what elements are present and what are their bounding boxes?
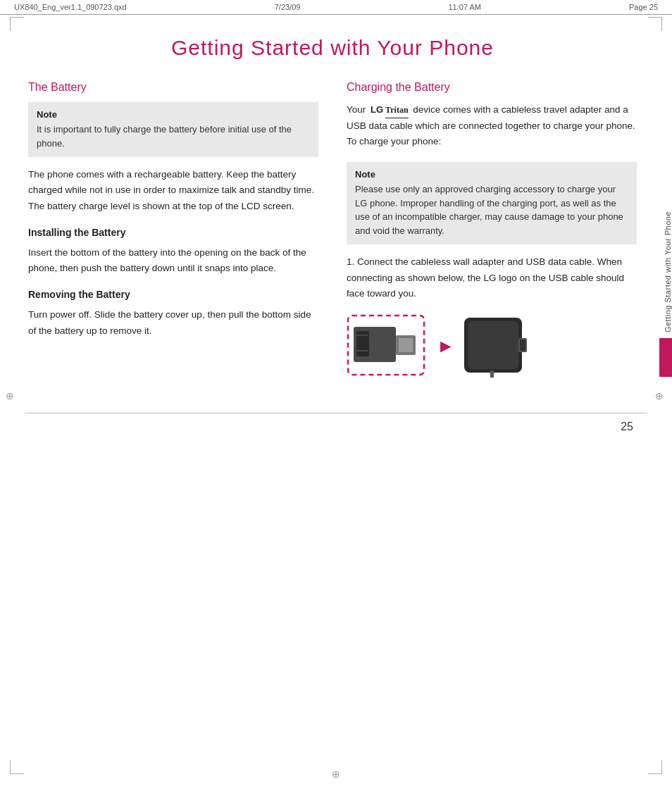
- lg-logo: LG: [371, 102, 383, 117]
- reg-mark-bottom-right: [648, 760, 662, 774]
- page-wrapper: UX840_Eng_ver1.1_090723.qxd 7/23/09 11:0…: [0, 0, 672, 791]
- battery-note-box: Note It is important to fully charge the…: [28, 102, 318, 157]
- svg-rect-4: [399, 338, 413, 352]
- lg-tritan-logo: LG Tritan: [371, 102, 409, 118]
- right-heading: Charging the Battery: [347, 81, 637, 94]
- charging-note-text: Please use only an approved charging acc…: [355, 182, 628, 237]
- battery-intro-text: The phone comes with a rechargeable batt…: [28, 167, 318, 214]
- reg-mark-top-left: [10, 17, 24, 31]
- battery-note-label: Note: [37, 109, 310, 120]
- page-title: Getting Started with Your Phone: [28, 36, 637, 60]
- svg-rect-2: [356, 331, 369, 356]
- usb-plug-svg: [347, 314, 431, 378]
- step1-text: 1. Connect the cableless wall adapter an…: [347, 254, 637, 301]
- main-content: Getting Started with Your Phone The Batt…: [0, 15, 672, 399]
- page-number: 25: [0, 413, 672, 447]
- header-date: 7/23/09: [275, 3, 301, 11]
- arrow-icon: ►: [437, 335, 455, 357]
- installing-text: Insert the bottom of the battery into th…: [28, 245, 318, 277]
- svg-rect-8: [468, 321, 518, 369]
- removing-heading: Removing the Battery: [28, 289, 318, 300]
- tritan-logo: Tritan: [385, 104, 408, 118]
- header-bar: UX840_Eng_ver1.1_090723.qxd 7/23/09 11:0…: [0, 0, 672, 15]
- side-tab: Getting Started with Your Phone: [647, 211, 672, 377]
- charging-note-label: Note: [355, 169, 628, 180]
- charging-intro: Your LG Tritan device comes with a cable…: [347, 102, 637, 149]
- battery-note-text: It is important to fully charge the batt…: [37, 123, 310, 150]
- bottom-section: 25: [0, 413, 672, 447]
- reg-mark-bottom-left: [10, 760, 24, 774]
- side-tab-text: Getting Started with Your Phone: [661, 211, 672, 332]
- center-mark-right: [655, 390, 666, 401]
- removing-text: Turn power off. Slide the battery cover …: [28, 307, 318, 339]
- header-time: 11:07 AM: [448, 3, 480, 11]
- installing-section: Installing the Battery Insert the bottom…: [28, 227, 318, 277]
- svg-rect-10: [520, 340, 525, 351]
- usb-illustration: ►: [347, 314, 637, 378]
- side-tab-bar: [659, 338, 672, 377]
- left-heading: The Battery: [28, 81, 318, 94]
- header-page: Page 25: [629, 3, 658, 11]
- right-column: Charging the Battery Your LG Tritan devi…: [347, 81, 637, 378]
- installing-heading: Installing the Battery: [28, 227, 318, 238]
- center-mark-left: [6, 390, 17, 401]
- header-filename: UX840_Eng_ver1.1_090723.qxd: [14, 3, 127, 11]
- adapter-svg: [461, 314, 531, 378]
- intro-text-1: Your: [347, 104, 366, 115]
- center-mark-bottom: [332, 768, 340, 780]
- left-column: The Battery Note It is important to full…: [28, 81, 318, 351]
- two-column-layout: The Battery Note It is important to full…: [28, 81, 637, 378]
- reg-mark-top-right: [648, 17, 662, 31]
- removing-section: Removing the Battery Turn power off. Sli…: [28, 289, 318, 339]
- svg-rect-11: [490, 370, 494, 378]
- charging-note-box: Note Please use only an approved chargin…: [347, 162, 637, 244]
